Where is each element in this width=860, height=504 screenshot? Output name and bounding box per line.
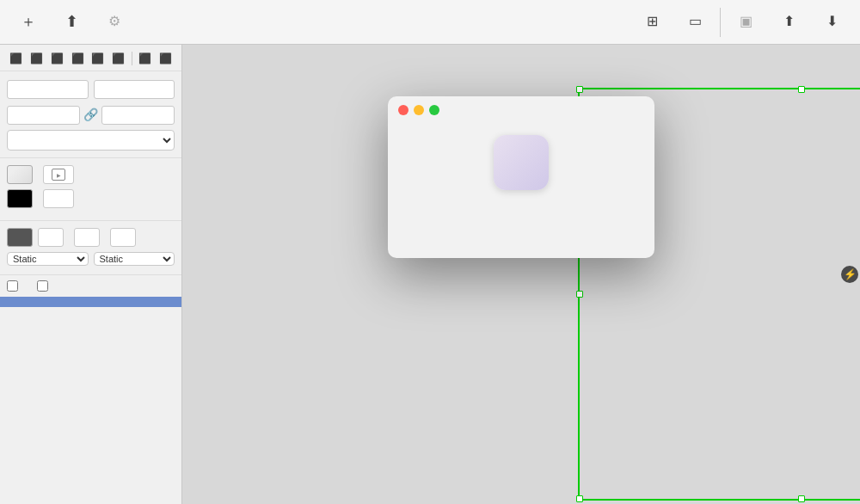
vertical-field: Static	[94, 252, 175, 267]
canvas[interactable]: ⚡	[182, 45, 860, 504]
align-center-h-button[interactable]: ⬛	[28, 50, 46, 67]
touchable-checkbox[interactable]	[7, 280, 18, 292]
fill-stroke-section	[0, 158, 181, 221]
drivers-button[interactable]: ⊞	[630, 9, 673, 34]
shadow-row	[7, 228, 175, 247]
handle-middle-left[interactable]	[576, 291, 583, 298]
dialog-titlebar	[388, 96, 654, 115]
app-icon-circle	[494, 135, 549, 190]
about-dialog	[388, 96, 654, 258]
animate-icon: ▭	[689, 13, 702, 29]
align-bottom-button[interactable]: ⬛	[109, 50, 128, 67]
size-presets-select[interactable]	[7, 130, 175, 151]
align-top-button[interactable]: ⬛	[68, 50, 87, 67]
layers-section	[0, 297, 181, 504]
distribute-h-button[interactable]: ⬛	[135, 50, 154, 67]
toolbar-divider	[720, 8, 721, 37]
handle-top-middle[interactable]	[798, 86, 805, 93]
create-component-button[interactable]: ⚙	[93, 9, 136, 34]
stroke-width-input[interactable]	[43, 189, 74, 208]
y-input[interactable]	[94, 80, 175, 99]
fill-row	[7, 165, 175, 184]
drivers-icon: ⊞	[647, 13, 658, 29]
animate-button[interactable]: ▭	[673, 9, 716, 34]
dialog-body	[388, 115, 654, 258]
insert-button[interactable]: ＋	[7, 8, 50, 37]
toolbar: ＋ ⬆ ⚙ ⊞ ▭ ▣ ⬆ ⬇	[0, 0, 860, 45]
height-field	[101, 104, 175, 125]
scroll-behavior-row: Static Static	[7, 252, 175, 267]
alignment-bar: ⬛ ⬛ ⬛ ⬛ ⬛ ⬛ ⬛ ⬛	[0, 45, 181, 71]
x-field	[7, 78, 89, 99]
stroke-color-box[interactable]	[7, 189, 33, 208]
width-input[interactable]	[7, 106, 80, 125]
media-icon	[52, 169, 65, 181]
handle-top-left[interactable]	[576, 86, 583, 93]
horizontal-select[interactable]: Static	[7, 252, 89, 266]
align-right-button[interactable]: ⬛	[48, 50, 67, 67]
y-field	[94, 78, 175, 99]
vertical-select[interactable]: Static	[94, 252, 175, 266]
shadow-color-box[interactable]	[7, 228, 33, 247]
horizontal-field: Static	[7, 252, 89, 267]
backward-icon: ⬇	[826, 13, 838, 29]
size-row: 🔗	[7, 104, 175, 125]
close-button[interactable]	[398, 105, 408, 115]
minimize-button[interactable]	[414, 105, 424, 115]
import-icon: ⬆	[65, 12, 78, 31]
app-icon	[491, 132, 551, 193]
stroke-row	[7, 189, 175, 208]
lock-icon[interactable]: 🔗	[83, 108, 98, 121]
main-area: ⬛ ⬛ ⬛ ⬛ ⬛ ⬛ ⬛ ⬛ // Replace align buttons…	[0, 45, 860, 504]
maximize-button[interactable]	[429, 105, 439, 115]
fill-color-box[interactable]	[7, 165, 33, 184]
layer-artboard-1[interactable]	[0, 297, 181, 307]
group-icon: ▣	[740, 13, 752, 29]
import-button[interactable]: ⬆	[50, 9, 93, 36]
forward-button[interactable]: ⬆	[767, 9, 810, 34]
divider	[132, 52, 132, 65]
handle-bottom-left[interactable]	[576, 495, 583, 502]
lightning-indicator: ⚡	[841, 266, 858, 283]
blur-input[interactable]	[38, 228, 64, 247]
media-button[interactable]	[43, 165, 74, 184]
handle-bottom-middle[interactable]	[798, 495, 805, 502]
x-input[interactable]	[7, 80, 89, 99]
position-section: 🔗	[0, 71, 181, 158]
group-button[interactable]: ▣	[724, 9, 767, 34]
xy-row	[7, 78, 175, 99]
options-row	[0, 275, 181, 297]
backward-button[interactable]: ⬇	[810, 9, 853, 34]
distribute-v-button[interactable]: ⬛	[156, 50, 175, 67]
forward-icon: ⬆	[783, 13, 795, 29]
left-panel: ⬛ ⬛ ⬛ ⬛ ⬛ ⬛ ⬛ ⬛ // Replace align buttons…	[0, 45, 182, 504]
lightning-icon: ⚡	[844, 268, 857, 280]
shadow-blur-section: Static Static	[0, 221, 181, 275]
insert-icon: ＋	[21, 11, 36, 32]
width-field	[7, 104, 80, 125]
presets-row	[7, 130, 175, 151]
shadow-y-input[interactable]	[110, 228, 136, 247]
create-component-icon: ⚙	[108, 13, 120, 29]
clip-sublayers-checkbox[interactable]	[37, 280, 48, 292]
shadow-x-input[interactable]	[74, 228, 100, 247]
align-left-button[interactable]: ⬛	[7, 50, 26, 67]
height-input[interactable]	[101, 106, 175, 125]
align-middle-button[interactable]: ⬛	[89, 50, 108, 67]
